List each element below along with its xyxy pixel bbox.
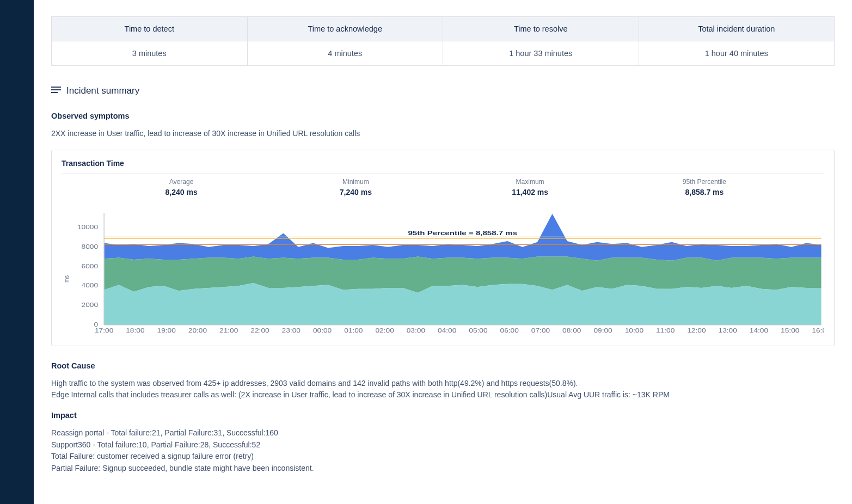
svg-text:0: 0 — [94, 322, 99, 328]
table-header-row: Time to detect Time to acknowledge Time … — [52, 17, 835, 41]
chart-stats-row: Average 8,240 ms Minimum 7,240 ms Maximu… — [62, 178, 824, 196]
svg-text:22:00: 22:00 — [250, 328, 269, 334]
svg-text:12:00: 12:00 — [687, 328, 706, 334]
impact-line-4: Partial Failure: Signup succeeded, bundl… — [51, 463, 835, 475]
observed-symptoms-heading: Observed symptoms — [51, 112, 835, 120]
stat-p95: 95th Percentile 8,858.7 ms — [617, 178, 792, 196]
root-cause-text: High traffic to the system was observed … — [51, 378, 835, 401]
svg-text:13:00: 13:00 — [719, 328, 738, 334]
impact-line-1: Reassign portal - Total failure:21, Part… — [51, 427, 835, 439]
impact-line-3: Total Failure: customer received a signu… — [51, 451, 835, 463]
svg-text:16:00: 16:00 — [812, 328, 824, 334]
svg-text:15:00: 15:00 — [781, 328, 800, 334]
stat-maximum-value: 11,402 ms — [443, 188, 617, 196]
svg-text:01:00: 01:00 — [344, 328, 363, 334]
root-cause-line-1: High traffic to the system was observed … — [51, 378, 835, 390]
svg-text:10:00: 10:00 — [625, 328, 644, 334]
svg-text:03:00: 03:00 — [407, 328, 426, 334]
list-icon — [51, 85, 61, 96]
stat-maximum-label: Maximum — [443, 178, 617, 186]
root-cause-line-2: Edge Internal calls that includes treasu… — [51, 389, 835, 401]
transaction-time-chart: Transaction Time Average 8,240 ms Minimu… — [51, 150, 835, 346]
stat-minimum: Minimum 7,240 ms — [268, 178, 443, 196]
svg-text:06:00: 06:00 — [500, 328, 519, 334]
incident-summary-heading: Incident summary — [51, 85, 835, 96]
svg-text:19:00: 19:00 — [157, 328, 176, 334]
impact-line-2: Support360 - Total failure:10, Partial F… — [51, 439, 835, 451]
svg-text:23:00: 23:00 — [282, 328, 301, 334]
svg-text:00:00: 00:00 — [313, 328, 332, 334]
root-cause-heading: Root Cause — [51, 361, 835, 370]
stat-p95-value: 8,858.7 ms — [617, 188, 792, 196]
svg-text:2000: 2000 — [82, 302, 99, 309]
th-time-to-resolve: Time to resolve — [443, 17, 639, 41]
stat-average: Average 8,240 ms — [94, 178, 268, 196]
impact-text: Reassign portal - Total failure:21, Part… — [51, 427, 835, 475]
svg-text:09:00: 09:00 — [593, 328, 612, 334]
stat-maximum: Maximum 11,402 ms — [443, 178, 617, 196]
svg-text:21:00: 21:00 — [219, 328, 238, 334]
chart-title: Transaction Time — [62, 157, 824, 174]
svg-text:6000: 6000 — [82, 263, 99, 269]
svg-text:05:00: 05:00 — [469, 328, 488, 334]
y-axis-label: ms — [62, 211, 70, 336]
section-title: Incident summary — [66, 85, 139, 96]
td-time-to-resolve: 1 hour 33 minutes — [443, 41, 639, 66]
observed-symptoms-text: 2XX increase in User traffic, lead to in… — [51, 128, 835, 140]
incident-timing-table: Time to detect Time to acknowledge Time … — [51, 16, 835, 66]
th-total-duration: Total incident duration — [639, 17, 835, 41]
stat-average-value: 8,240 ms — [94, 188, 268, 196]
svg-text:02:00: 02:00 — [375, 328, 394, 334]
th-time-to-detect: Time to detect — [52, 17, 248, 41]
svg-text:8000: 8000 — [82, 243, 99, 250]
svg-text:17:00: 17:00 — [95, 328, 114, 334]
chart-plot-area: 020004000600080001000095th Percentile = … — [70, 211, 824, 336]
svg-text:11:00: 11:00 — [656, 328, 675, 334]
td-time-to-detect: 3 minutes — [52, 41, 248, 66]
svg-text:07:00: 07:00 — [531, 328, 550, 334]
th-time-to-acknowledge: Time to acknowledge — [247, 17, 443, 41]
svg-text:18:00: 18:00 — [126, 328, 145, 334]
stat-minimum-value: 7,240 ms — [268, 188, 443, 196]
td-total-duration: 1 hour 40 minutes — [639, 41, 835, 66]
impact-heading: Impact — [51, 411, 835, 420]
svg-text:20:00: 20:00 — [188, 328, 207, 334]
stat-p95-label: 95th Percentile — [617, 178, 792, 186]
td-time-to-acknowledge: 4 minutes — [247, 41, 443, 66]
stat-minimum-label: Minimum — [268, 178, 443, 186]
table-row: 3 minutes 4 minutes 1 hour 33 minutes 1 … — [52, 41, 835, 66]
svg-text:14:00: 14:00 — [750, 328, 769, 334]
svg-text:10000: 10000 — [77, 224, 99, 230]
svg-text:95th Percentile = 8,858.7 ms: 95th Percentile = 8,858.7 ms — [408, 230, 517, 236]
main-content: Time to detect Time to acknowledge Time … — [34, 0, 852, 504]
svg-text:4000: 4000 — [82, 282, 99, 289]
sidebar-nav — [0, 0, 34, 504]
svg-text:08:00: 08:00 — [562, 328, 581, 334]
stat-average-label: Average — [94, 178, 268, 186]
svg-text:04:00: 04:00 — [438, 328, 457, 334]
